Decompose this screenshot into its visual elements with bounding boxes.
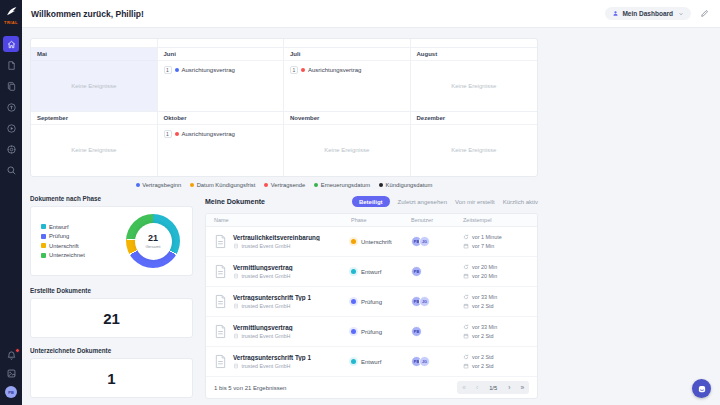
- dashboard-selector-button[interactable]: Mein Dashboard: [605, 7, 691, 20]
- phase-legend-label: Unterzeichnet: [49, 252, 85, 258]
- document-icon: [214, 234, 227, 249]
- documents-title: Meine Dokumente: [205, 198, 265, 205]
- table-row[interactable]: Vermittlungsvertragtrusted Event GmbHPrü…: [206, 317, 537, 347]
- legend-dot: [264, 183, 268, 187]
- table-row[interactable]: Vertragsunterschrift Typ 1trusted Event …: [206, 347, 537, 377]
- company-line: trusted Event GmbH: [233, 363, 311, 369]
- calendar-month-august[interactable]: AugustKeine Ereignisse: [411, 48, 538, 112]
- donut-total: 21: [148, 234, 158, 243]
- next-page-button[interactable]: ›: [503, 381, 515, 394]
- pencil-icon: [700, 9, 709, 18]
- calendar-icon: [463, 273, 469, 279]
- tab-von-mir-erstellt[interactable]: Von mir erstellt: [455, 199, 495, 205]
- month-label: Oktober: [158, 112, 284, 125]
- created-time: vor 2 Std: [463, 333, 529, 339]
- user-avatar[interactable]: JG: [419, 356, 430, 367]
- sidebar-user-avatar[interactable]: PB: [5, 386, 17, 398]
- timestamp-cell: vor 33 Minvor 2 Std: [463, 324, 529, 339]
- table-row[interactable]: Vertraulichkeitsvereinbarungtrusted Even…: [206, 227, 537, 257]
- legend-label: Erneuerungsdatum: [321, 182, 370, 188]
- name-lines: Vermittlungsvertragtrusted Event GmbH: [233, 324, 293, 339]
- calendar-event[interactable]: 1Ausrichtungsvertrag: [164, 66, 278, 74]
- legend-item: Vertragsbeginn: [136, 182, 182, 188]
- updated-time-label: vor 33 Min: [472, 294, 497, 300]
- tab-k-rzlich-aktiv[interactable]: Kürzlich aktiv: [503, 199, 538, 205]
- month-label: Mai: [31, 48, 157, 61]
- phase-legend-swatch: [41, 234, 46, 239]
- calendar-cutoff-cell: [158, 39, 285, 48]
- company-name: trusted Event GmbH: [242, 303, 291, 309]
- donut-total-label: Gesamt: [145, 244, 160, 249]
- calendar-month-oktober[interactable]: Oktober1Ausrichtungsvertrag: [158, 112, 285, 176]
- phase-legend-item: Prüfung: [41, 233, 85, 239]
- month-label: August: [411, 48, 538, 61]
- updated-time-label: vor 20 Min: [472, 264, 497, 270]
- calendar-legend: VertragsbeginnDatum KündigungsfristVertr…: [30, 182, 538, 188]
- calendar-icon: [463, 363, 469, 369]
- first-page-button[interactable]: «: [457, 381, 471, 394]
- sidebar-item-file[interactable]: [3, 57, 19, 73]
- sidebar-item-copy[interactable]: [3, 78, 19, 94]
- edit-dashboard-button[interactable]: [700, 9, 709, 18]
- updated-time-label: vor 1 Minute: [472, 234, 502, 240]
- last-page-button[interactable]: »: [515, 381, 529, 394]
- users-cell: PBJG: [411, 236, 463, 247]
- calendar-month-november[interactable]: NovemberKeine Ereignisse: [284, 112, 411, 176]
- stat-title: Erstellte Dokumente: [30, 287, 193, 294]
- user-avatar[interactable]: PB: [411, 266, 422, 277]
- document-icon: [214, 294, 227, 309]
- document-name: Vermittlungsvertrag: [233, 324, 293, 331]
- image-icon: [6, 368, 17, 379]
- chat-launcher-button[interactable]: [692, 379, 711, 398]
- results-summary: 1 bis 5 von 21 Ergebnissen: [214, 385, 286, 391]
- month-body: 1Ausrichtungsvertrag: [284, 61, 410, 111]
- dashboard-selector-label: Mein Dashboard: [622, 10, 673, 17]
- user-avatar[interactable]: JG: [419, 296, 430, 307]
- sidebar-image-button[interactable]: [6, 368, 17, 379]
- users-cell: PBJG: [411, 296, 463, 307]
- calendar-month-mai[interactable]: MaiKeine Ereignisse: [31, 48, 158, 112]
- phase-dot: [351, 359, 356, 364]
- company-line: trusted Event GmbH: [233, 273, 293, 279]
- phase-legend: EntwurfPrüfungUnterschriftUnterzeichnet: [41, 224, 85, 259]
- sidebar-item-circle-up[interactable]: [3, 99, 19, 115]
- user-avatar[interactable]: JG: [419, 236, 430, 247]
- calendar-month-dezember[interactable]: DezemberKeine Ereignisse: [411, 112, 538, 176]
- month-body: Keine Ereignisse: [284, 125, 410, 175]
- stat-section: Erstellte Dokumente21: [30, 287, 193, 338]
- calendar-event[interactable]: 1Ausrichtungsvertrag: [164, 130, 278, 138]
- created-time: vor 2 Std: [463, 363, 529, 369]
- sidebar-item-search[interactable]: [3, 162, 19, 178]
- stats-column: Dokumente nach Phase EntwurfPrüfungUnter…: [30, 195, 193, 405]
- tab-zuletzt-angesehen[interactable]: Zuletzt angesehen: [398, 199, 447, 205]
- updated-time-label: vor 33 Min: [472, 324, 497, 330]
- calendar-month-september[interactable]: SeptemberKeine Ereignisse: [31, 112, 158, 176]
- sidebar-item-circle-gear[interactable]: [3, 141, 19, 157]
- event-dot: [301, 68, 305, 72]
- table-row[interactable]: Vermittlungsvertragtrusted Event GmbHEnt…: [206, 257, 537, 287]
- calendar-cutoff-cell: [31, 39, 158, 48]
- tab-beteiligt[interactable]: Beteiligt: [352, 196, 390, 207]
- sidebar-item-circle-play[interactable]: [3, 120, 19, 136]
- circle-gear-icon: [6, 144, 17, 155]
- name-cell: Vermittlungsvertragtrusted Event GmbH: [214, 264, 351, 279]
- name-lines: Vertraulichkeitsvereinbarungtrusted Even…: [233, 234, 320, 249]
- name-lines: Vertragsunterschrift Typ 1trusted Event …: [233, 294, 311, 309]
- sidebar-item-home[interactable]: [3, 36, 19, 52]
- user-avatar[interactable]: PB: [411, 326, 422, 337]
- sidebar-bell-button[interactable]: [6, 350, 17, 361]
- calendar-event[interactable]: 1Ausrichtungsvertrag: [290, 66, 404, 74]
- month-body: Keine Ereignisse: [31, 125, 157, 175]
- event-count-badge: 1: [164, 130, 172, 138]
- calendar-month-juni[interactable]: Juni1Ausrichtungsvertrag: [158, 48, 285, 112]
- home-icon: [6, 39, 17, 50]
- prev-page-button[interactable]: ‹: [471, 381, 483, 394]
- calendar-month-juli[interactable]: Juli1Ausrichtungsvertrag: [284, 48, 411, 112]
- legend-label: Vertragsbeginn: [142, 182, 181, 188]
- table-row[interactable]: Vertragsunterschrift Typ 1trusted Event …: [206, 287, 537, 317]
- updated-time-label: vor 2 Std: [472, 354, 494, 360]
- name-cell: Vertragsunterschrift Typ 1trusted Event …: [214, 354, 351, 369]
- column-header: Phase: [351, 217, 411, 223]
- no-events-label: Keine Ereignisse: [31, 61, 157, 111]
- sidebar: TRIAL PB: [0, 0, 22, 405]
